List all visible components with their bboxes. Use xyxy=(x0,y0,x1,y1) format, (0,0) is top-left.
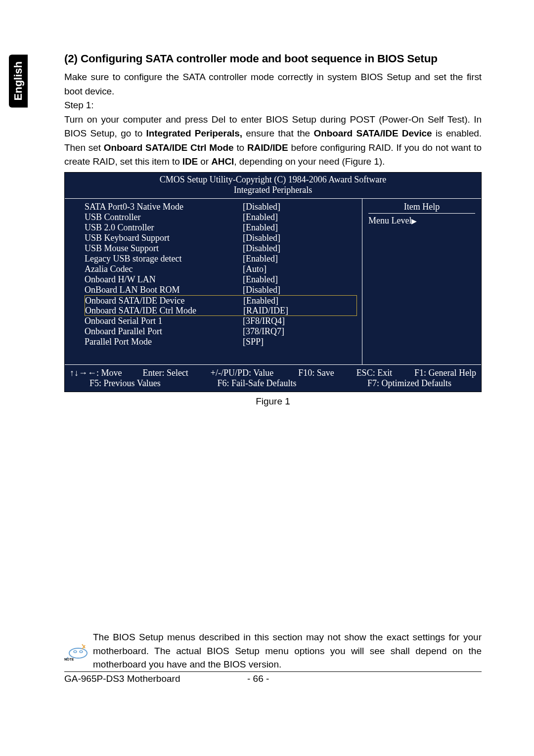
hint-help: F1: General Help xyxy=(414,368,476,378)
bios-setting-value: [Enabled] xyxy=(243,254,278,264)
bios-setting-value: [Enabled] xyxy=(243,212,278,222)
text: , depending on your need (Figure 1). xyxy=(234,156,385,167)
bios-setting-row: Onboard SATA/IDE Device[Enabled] xyxy=(85,295,357,306)
bios-setting-label: Legacy USB storage detect xyxy=(85,254,243,264)
bios-setting-value: [Disabled] xyxy=(243,233,280,243)
bios-setting-label: USB 2.0 Controller xyxy=(85,222,243,233)
bios-setting-row: OnBoard LAN Boot ROM[Disabled] xyxy=(85,285,357,295)
bios-setting-label: SATA Port0-3 Native Mode xyxy=(85,202,243,212)
bold-text: IDE xyxy=(182,156,198,167)
svg-point-2 xyxy=(80,651,83,653)
bold-text: Onboard SATA/IDE Device xyxy=(314,128,432,138)
hint-optimized: F7: Optimized Defaults xyxy=(367,378,476,389)
hint-enter: Enter: Select xyxy=(142,368,207,378)
bios-setting-row: USB 2.0 Controller[Enabled] xyxy=(85,222,357,233)
main-content: (2) Configuring SATA controller mode and… xyxy=(64,52,482,407)
item-help-heading: Item Help xyxy=(368,202,475,214)
bios-setting-value: [Disabled] xyxy=(243,202,280,212)
bios-setting-row: Onboard SATA/IDE Ctrl Mode[RAID/IDE] xyxy=(85,306,357,316)
page-footer: GA-965P-DS3 Motherboard - 66 - xyxy=(64,673,482,684)
svg-point-1 xyxy=(74,651,77,653)
bios-setting-value: [Enabled] xyxy=(243,296,278,306)
bios-setting-label: USB Mouse Support xyxy=(85,243,243,254)
bios-setting-row: USB Controller[Enabled] xyxy=(85,212,357,222)
bold-text: AHCI xyxy=(211,156,234,167)
note-label-text: NOTE xyxy=(64,658,74,661)
bios-setting-row: SATA Port0-3 Native Mode[Disabled] xyxy=(85,202,357,212)
bios-setting-label: USB Controller xyxy=(85,212,243,222)
bios-setting-value: [Enabled] xyxy=(243,222,278,233)
note-block: NOTE The BIOS Setup menus described in t… xyxy=(64,630,482,671)
bios-setting-value: [SPP] xyxy=(243,337,264,347)
bios-setting-row: Onboard Parallel Port[378/IRQ7] xyxy=(85,326,357,337)
bold-text: Integrated Periperals, xyxy=(146,128,242,138)
figure-caption: Figure 1 xyxy=(64,396,482,407)
bios-footer: ↑↓→←: Move Enter: Select +/-/PU/PD: Valu… xyxy=(65,364,481,392)
bios-setting-label: Parallel Port Mode xyxy=(85,337,243,347)
note-icon: NOTE xyxy=(64,642,89,665)
hint-exit: ESC: Exit xyxy=(356,368,411,378)
menu-level-label: Menu Level xyxy=(368,216,411,225)
hint-save: F10: Save xyxy=(298,368,353,378)
section-heading: (2) Configuring SATA controller mode and… xyxy=(64,52,482,65)
bios-setting-row: Onboard H/W LAN[Enabled] xyxy=(85,274,357,285)
bios-setting-value: [Disabled] xyxy=(243,243,280,254)
hint-move: ↑↓→←: Move xyxy=(70,368,139,378)
note-text: The BIOS Setup menus described in this s… xyxy=(93,630,482,671)
bios-title-line2: Integrated Peripherals xyxy=(65,185,481,195)
menu-level-row: Menu Level▶ xyxy=(368,216,475,226)
bios-setting-label: Onboard SATA/IDE Ctrl Mode xyxy=(85,306,243,315)
bios-body: SATA Port0-3 Native Mode[Disabled]USB Co… xyxy=(65,199,481,364)
bios-setting-label: USB Keyboard Support xyxy=(85,233,243,243)
bios-setting-label: Azalia Codec xyxy=(85,264,243,274)
bios-setting-value: [3F8/IRQ4] xyxy=(243,316,285,326)
bios-setting-row: Parallel Port Mode[SPP] xyxy=(85,337,357,347)
bios-setting-row: USB Keyboard Support[Disabled] xyxy=(85,233,357,243)
bios-title-line1: CMOS Setup Utility-Copyright (C) 1984-20… xyxy=(65,175,481,185)
bios-header: CMOS Setup Utility-Copyright (C) 1984-20… xyxy=(65,173,481,199)
bios-setting-row: USB Mouse Support[Disabled] xyxy=(85,243,357,254)
bios-setting-value: [378/IRQ7] xyxy=(243,326,284,337)
bios-footer-line1: ↑↓→←: Move Enter: Select +/-/PU/PD: Valu… xyxy=(70,368,476,378)
bios-setting-row: Onboard Serial Port 1[3F8/IRQ4] xyxy=(85,316,357,326)
bios-help-panel: Item Help Menu Level▶ xyxy=(362,199,481,364)
bios-setting-value: [RAID/IDE] xyxy=(243,306,288,315)
hint-failsafe: F6: Fail-Safe Defaults xyxy=(218,378,356,389)
bios-setting-value: [Disabled] xyxy=(243,285,280,295)
bios-settings-panel: SATA Port0-3 Native Mode[Disabled]USB Co… xyxy=(65,199,362,364)
step1-paragraph: Turn on your computer and press Del to e… xyxy=(64,113,482,169)
bios-setting-label: Onboard H/W LAN xyxy=(85,274,243,285)
bios-setting-label: Onboard Serial Port 1 xyxy=(85,316,243,326)
bios-setting-label: Onboard Parallel Port xyxy=(85,326,243,337)
step-label: Step 1: xyxy=(64,98,482,113)
bios-setting-label: OnBoard LAN Boot ROM xyxy=(85,285,243,295)
footer-divider xyxy=(64,671,482,672)
bios-setting-row: Legacy USB storage detect[Enabled] xyxy=(85,254,357,264)
hint-value: +/-/PU/PD: Value xyxy=(211,368,295,378)
bios-setting-value: [Enabled] xyxy=(243,274,278,285)
text: or xyxy=(198,156,211,167)
text: to xyxy=(233,142,247,153)
bios-screenshot: CMOS Setup Utility-Copyright (C) 1984-20… xyxy=(64,172,482,392)
bios-setting-label: Onboard SATA/IDE Device xyxy=(85,296,243,306)
intro-paragraph: Make sure to configure the SATA controll… xyxy=(64,70,482,98)
bios-setting-value: [Auto] xyxy=(243,264,267,274)
model-name: GA-965P-DS3 Motherboard xyxy=(64,673,247,684)
page-number: - 66 - xyxy=(247,673,269,684)
triangle-right-icon: ▶ xyxy=(411,218,417,225)
bios-footer-line2: F5: Previous Values F6: Fail-Safe Defaul… xyxy=(70,378,476,389)
text: ensure that the xyxy=(242,128,314,138)
hint-prev-values: F5: Previous Values xyxy=(70,378,206,389)
language-tab: English xyxy=(9,54,28,107)
bios-setting-row: Azalia Codec[Auto] xyxy=(85,264,357,274)
bold-text: Onboard SATA/IDE Ctrl Mode xyxy=(104,142,234,153)
bold-text: RAID/IDE xyxy=(247,142,288,153)
svg-point-0 xyxy=(69,648,87,658)
